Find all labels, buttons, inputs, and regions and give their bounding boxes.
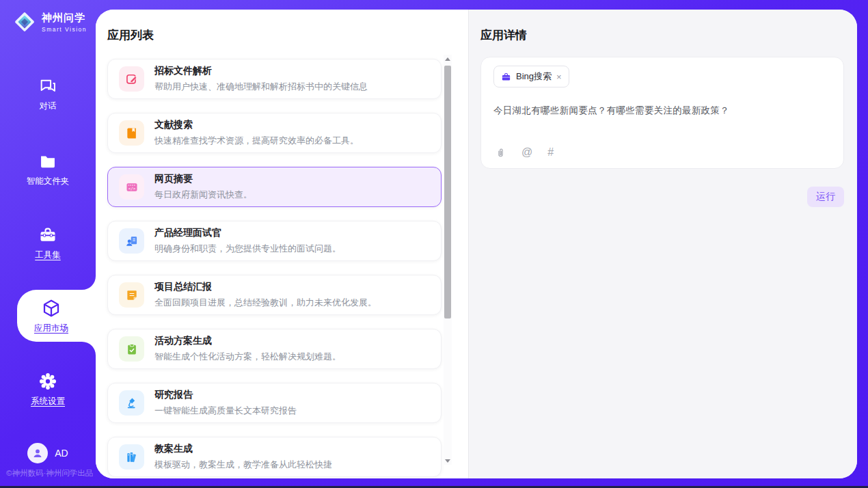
scrollbar-up-button[interactable]: [444, 55, 452, 63]
app-card-web-summary[interactable]: </> 网页摘要 每日政府新闻资讯快查。: [107, 167, 442, 207]
sidebar-item-app-market[interactable]: 应用市场: [17, 276, 96, 355]
app-card-list: 招标文件解析 帮助用户快速、准确地理解和解析招标书中的关键信息 文献搜索 快速精…: [107, 59, 442, 477]
research-icon: [119, 390, 144, 416]
clipboard-check-icon: [119, 336, 144, 362]
sidebar-item-label: 对话: [0, 100, 96, 112]
copyright-footer: ©神州数码·神州问学出品: [6, 468, 96, 478]
sidebar-item-label: 应用市场: [34, 323, 68, 334]
cube-icon: [41, 298, 62, 318]
app-card-project-summary[interactable]: 项目总结汇报 全面回顾项目进展，总结经验教训，助力未来优化发展。: [107, 275, 442, 315]
sidebar-item-chat[interactable]: 对话: [0, 77, 96, 112]
app-card-title: 文献搜索: [154, 119, 359, 131]
app-card-title: 招标文件解析: [154, 65, 368, 77]
run-button[interactable]: 运行: [807, 187, 844, 207]
brand-logo: 神州问学 Smart Vision: [12, 10, 87, 34]
toolbox-icon: [38, 226, 57, 245]
scrollbar-down-button[interactable]: [444, 457, 452, 465]
note-icon: [119, 282, 144, 308]
app-card-description: 模板驱动，教案生成，教学准备从此轻松快捷: [154, 459, 332, 471]
folder-icon: [38, 152, 57, 171]
sidebar-item-settings[interactable]: 系统设置: [0, 372, 96, 407]
interviewer-icon: [119, 228, 144, 254]
app-list-title: 应用列表: [107, 27, 468, 43]
user-initials: AD: [55, 448, 68, 459]
hash-icon[interactable]: #: [547, 146, 554, 159]
app-card-description: 快速精准查找学术资源，提高研究效率的必备工具。: [154, 135, 359, 147]
sidebar-item-label: 智能文件夹: [0, 176, 96, 187]
sidebar-item-label: 系统设置: [0, 396, 96, 407]
svg-text:</>: </>: [128, 186, 135, 190]
app-window: 神州问学 Smart Vision 对话 智能文件夹: [0, 0, 868, 488]
app-card-title: 网页摘要: [154, 173, 252, 185]
app-card-lesson-plan[interactable]: 教案生成 模板驱动，教案生成，教学准备从此轻松快捷: [107, 437, 442, 477]
app-card-description: 每日政府新闻资讯快查。: [154, 189, 252, 201]
books-icon: [119, 444, 144, 470]
prompt-card: Bing搜索 × 今日湖北有哪些新闻要点？有哪些需要关注的最新政策？ @ #: [480, 57, 844, 169]
app-card-description: 明确身份和职责，为您提供专业性的面试问题。: [154, 243, 341, 255]
app-detail-title: 应用详情: [480, 27, 844, 43]
sidebar-item-toolset[interactable]: 工具集: [0, 226, 96, 261]
app-card-bid-document-parsing[interactable]: 招标文件解析 帮助用户快速、准确地理解和解析招标书中的关键信息: [107, 59, 442, 99]
edit-document-icon: [119, 66, 144, 92]
app-card-description: 全面回顾项目进展，总结经验教训，助力未来优化发展。: [154, 297, 377, 309]
app-card-title: 活动方案生成: [154, 335, 341, 347]
app-card-activity-plan[interactable]: 活动方案生成 智能生成个性化活动方案，轻松解决规划难题。: [107, 329, 442, 369]
app-card-title: 项目总结汇报: [154, 281, 377, 293]
briefcase-icon: [501, 72, 511, 82]
app-card-title: 教案生成: [154, 443, 332, 455]
sidebar: 神州问学 Smart Vision 对话 智能文件夹: [0, 0, 96, 488]
chip-close-icon[interactable]: ×: [556, 72, 562, 81]
app-card-title: 研究报告: [154, 389, 297, 401]
tool-chip-label: Bing搜索: [516, 70, 552, 83]
app-detail-pane: 应用详情 Bing搜索 × 今日湖北有哪些新闻要点？有哪些需要关注的最新政策？: [468, 10, 857, 478]
chat-icon: [38, 77, 57, 96]
user-icon: [31, 447, 44, 459]
mention-icon[interactable]: @: [521, 146, 532, 159]
avatar: [27, 443, 48, 463]
app-list-pane: 应用列表 招标文件解析 帮助用户快速、准确地理解和解析招标书中的关键信息: [96, 10, 468, 478]
web-code-icon: </>: [119, 174, 144, 200]
prompt-toolbar: @ #: [495, 146, 554, 159]
book-icon: [119, 120, 144, 146]
user-account[interactable]: AD: [0, 443, 96, 463]
app-list-scrollbar: [444, 55, 452, 465]
brand-subtitle: Smart Vision: [42, 26, 87, 33]
app-card-title: 产品经理面试官: [154, 227, 341, 239]
main-panel: 应用列表 招标文件解析 帮助用户快速、准确地理解和解析招标书中的关键信息: [96, 10, 857, 478]
app-card-pm-interviewer[interactable]: 产品经理面试官 明确身份和职责，为您提供专业性的面试问题。: [107, 221, 442, 261]
sidebar-item-label: 工具集: [0, 249, 96, 261]
brand-diamond-icon: [12, 10, 37, 34]
app-card-description: 帮助用户快速、准确地理解和解析招标书中的关键信息: [154, 81, 368, 93]
sidebar-item-smart-folder[interactable]: 智能文件夹: [0, 152, 96, 187]
gear-icon: [38, 372, 57, 391]
app-card-literature-search[interactable]: 文献搜索 快速精准查找学术资源，提高研究效率的必备工具。: [107, 113, 442, 153]
paperclip-icon[interactable]: [495, 147, 506, 159]
brand-name: 神州问学: [42, 12, 87, 25]
app-card-research-report[interactable]: 研究报告 一键智能生成高质量长文本研究报告: [107, 383, 442, 423]
app-card-description: 一键智能生成高质量长文本研究报告: [154, 405, 297, 417]
app-card-description: 智能生成个性化活动方案，轻松解决规划难题。: [154, 351, 341, 363]
tool-chip-bing-search[interactable]: Bing搜索 ×: [493, 66, 569, 87]
prompt-input[interactable]: 今日湖北有哪些新闻要点？有哪些需要关注的最新政策？: [493, 105, 831, 117]
scrollbar-thumb[interactable]: [444, 66, 451, 318]
